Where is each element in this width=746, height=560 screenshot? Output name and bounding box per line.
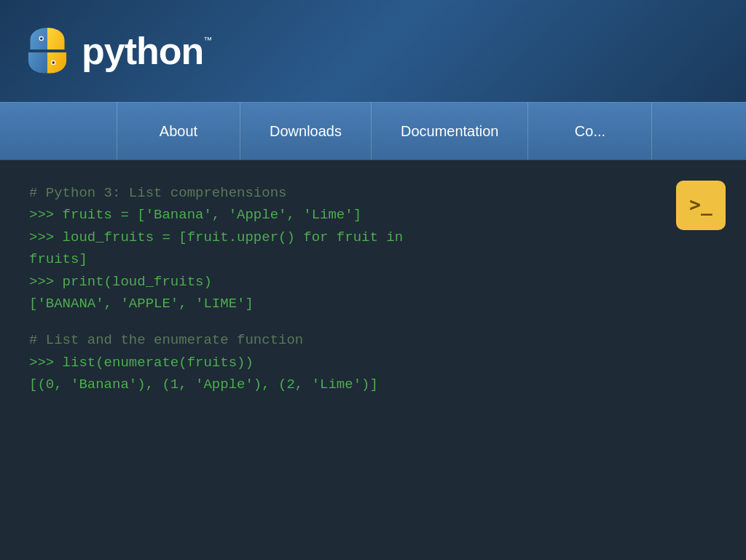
navbar: About Downloads Documentation Co... bbox=[0, 102, 746, 160]
header: python ™ bbox=[0, 0, 746, 102]
python-logo-icon bbox=[22, 25, 73, 76]
svg-point-5 bbox=[51, 60, 52, 62]
logo-trademark: ™ bbox=[203, 35, 212, 45]
logo-text: python ™ bbox=[82, 32, 212, 70]
code-line-2: >>> loud_fruits = [fruit.upper() for fru… bbox=[29, 226, 717, 248]
code-line-1: >>> fruits = ['Banana', 'Apple', 'Lime'] bbox=[29, 204, 717, 226]
nav-item-about[interactable]: About bbox=[117, 103, 240, 159]
code-section: >_ # Python 3: List comprehensions >>> f… bbox=[0, 160, 746, 560]
logo-wordmark: python bbox=[82, 32, 203, 70]
code-line-3: fruits] bbox=[29, 248, 717, 270]
code-comment-1: # Python 3: List comprehensions bbox=[29, 182, 717, 204]
code-line-5: >>> list(enumerate(fruits)) bbox=[29, 352, 717, 374]
nav-item-downloads[interactable]: Downloads bbox=[240, 103, 372, 159]
logo-container: python ™ bbox=[22, 25, 212, 76]
code-block-2: # List and the enumerate function >>> li… bbox=[29, 329, 717, 395]
code-comment-2: # List and the enumerate function bbox=[29, 329, 717, 351]
code-output-1: ['BANANA', 'APPLE', 'LIME'] bbox=[29, 293, 717, 315]
code-output-2: [(0, 'Banana'), (1, 'Apple'), (2, 'Lime'… bbox=[29, 374, 717, 395]
nav-item-community[interactable]: Co... bbox=[528, 103, 652, 159]
svg-point-4 bbox=[39, 36, 41, 38]
code-block-1: # Python 3: List comprehensions >>> frui… bbox=[29, 182, 717, 315]
code-line-4: >>> print(loud_fruits) bbox=[29, 271, 717, 293]
nav-item-documentation[interactable]: Documentation bbox=[372, 103, 529, 159]
terminal-button[interactable]: >_ bbox=[676, 181, 726, 230]
